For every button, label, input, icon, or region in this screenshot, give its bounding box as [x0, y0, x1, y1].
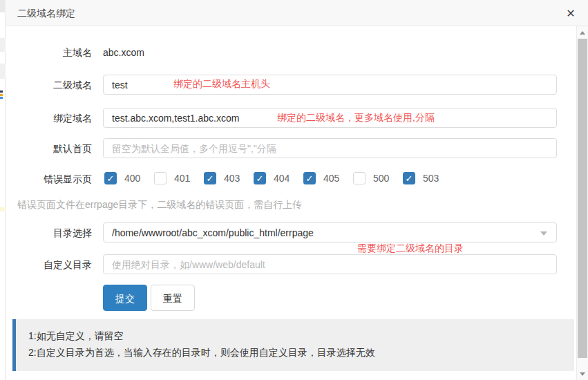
subdomain-bind-dialog: 二级域名绑定 ✕ 主域名 abc.xcom 二级域名 绑定的二级域名主机头 绑定…	[6, 0, 588, 380]
default-index-label: 默认首页	[6, 143, 92, 155]
screen: 二级域名绑定 ✕ 主域名 abc.xcom 二级域名 绑定的二级域名主机头 绑定…	[0, 0, 588, 380]
checkbox-label: 401	[174, 173, 190, 184]
background-icon-fragment	[0, 94, 3, 96]
checkbox-401-unchecked[interactable]	[154, 172, 167, 184]
error-pages-checkbox-group: ✓400401✓403✓404✓405500✓503	[104, 172, 453, 184]
error-page-option-400: ✓400	[104, 172, 154, 184]
scrollbar[interactable]	[576, 26, 588, 380]
checkbox-label: 403	[224, 173, 240, 184]
checkbox-label: 404	[274, 173, 290, 184]
background-page-sliver	[0, 0, 6, 380]
error-page-option-401: 401	[154, 172, 204, 184]
checkbox-500-unchecked[interactable]	[353, 172, 366, 184]
main-domain-value: abc.xcom	[103, 47, 144, 58]
reset-button[interactable]: 重置	[151, 285, 195, 311]
scroll-up-icon[interactable]	[580, 31, 585, 35]
checkbox-label: 503	[423, 173, 439, 184]
error-page-option-500: 500	[353, 172, 403, 184]
bind-domain-input[interactable]	[103, 108, 557, 128]
background-fragment	[0, 64, 6, 79]
background-icon-fragment	[0, 91, 3, 93]
bind-domain-label: 绑定域名	[6, 113, 92, 125]
main-domain-label: 主域名	[6, 47, 92, 59]
note-line-1: 1:如无自定义，请留空	[28, 330, 124, 343]
dir-select-dropdown[interactable]: /home/wwwroot/abc_xcom/public_html/errpa…	[103, 222, 557, 243]
checkbox-405-checked[interactable]: ✓	[303, 172, 316, 184]
checkbox-label: 400	[124, 173, 140, 184]
dir-select-value: /home/wwwroot/abc_xcom/public_html/errpa…	[112, 227, 314, 238]
checkbox-503-checked[interactable]: ✓	[403, 172, 415, 184]
error-pages-hint: 错误页面文件在errpage目录下，二级域名的错误页面，需自行上传	[17, 199, 302, 211]
background-fragment	[0, 207, 6, 211]
subdomain-input[interactable]	[103, 75, 557, 95]
checkbox-403-checked[interactable]: ✓	[204, 172, 216, 184]
error-page-option-503: ✓503	[403, 172, 453, 184]
subdomain-label: 二级域名	[6, 79, 92, 92]
custom-dir-input[interactable]	[103, 254, 557, 274]
submit-button[interactable]: 提交	[103, 285, 147, 311]
scrollbar-thumb[interactable]	[578, 39, 587, 358]
scroll-down-icon[interactable]	[580, 372, 585, 376]
error-page-option-404: ✓404	[254, 172, 303, 184]
background-fragment	[0, 38, 6, 52]
chevron-down-icon	[540, 231, 547, 236]
checkbox-label: 500	[373, 173, 389, 184]
close-icon[interactable]: ✕	[563, 6, 578, 21]
error-page-option-403: ✓403	[204, 172, 254, 184]
checkbox-label: 405	[323, 173, 339, 184]
dialog-header: 二级域名绑定 ✕	[6, 0, 588, 26]
dialog-title: 二级域名绑定	[17, 8, 75, 20]
default-index-input[interactable]	[103, 138, 557, 158]
background-fragment	[0, 0, 6, 12]
background-icon-fragment	[0, 97, 3, 99]
dir-select-annotation: 需要绑定二级域名的目录	[357, 243, 464, 255]
dir-select-label: 目录选择	[6, 227, 92, 240]
checkbox-400-checked[interactable]: ✓	[104, 172, 117, 184]
custom-dir-label: 自定义目录	[6, 259, 92, 272]
checkbox-404-checked[interactable]: ✓	[254, 172, 266, 184]
error-pages-label: 错误显示页	[6, 173, 92, 186]
error-page-option-405: ✓405	[303, 172, 353, 184]
note-line-2: 2:自定义目录为首选，当输入存在的目录时，则会使用自定义目录，目录选择无效	[28, 347, 375, 359]
notes-panel: 1:如无自定义，请留空 2:自定义目录为首选，当输入存在的目录时，则会使用自定义…	[12, 319, 574, 371]
